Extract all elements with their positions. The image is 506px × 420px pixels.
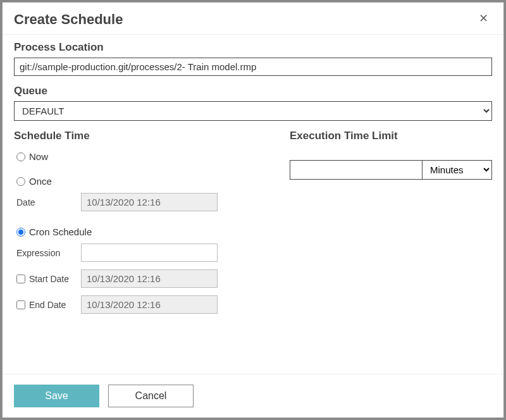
exec-limit-label: Execution Time Limit [290, 130, 492, 142]
cancel-button[interactable]: Cancel [108, 385, 194, 407]
schedule-cron-radio[interactable] [16, 228, 25, 237]
schedule-once-date-input[interactable] [81, 193, 218, 211]
queue-label: Queue [14, 85, 492, 97]
close-icon[interactable]: ✕ [475, 11, 492, 25]
schedule-time-label: Schedule Time [14, 130, 264, 142]
modal-title: Create Schedule [14, 11, 123, 28]
schedule-once-date-row: Date [16, 193, 264, 211]
schedule-once-date-label: Date [16, 197, 75, 207]
exec-limit-unit-select[interactable]: Minutes [423, 160, 492, 180]
cron-expression-label: Expression [16, 248, 75, 258]
modal-body: Process Location Queue DEFAULT Schedule … [3, 35, 503, 374]
modal-header: Create Schedule ✕ [3, 3, 503, 35]
cron-start-date-label: Start Date [29, 274, 69, 284]
modal-footer: Save Cancel [3, 374, 503, 417]
create-schedule-modal: Create Schedule ✕ Process Location Queue… [2, 2, 504, 418]
cron-start-date-row: Start Date [16, 269, 264, 288]
schedule-once-radio[interactable] [16, 177, 25, 186]
cron-start-date-input[interactable] [81, 269, 218, 288]
schedule-now-label: Now [29, 151, 48, 162]
save-button[interactable]: Save [14, 385, 99, 407]
schedule-columns: Schedule Time Now Once Date Cr [14, 130, 492, 321]
schedule-now-radio[interactable] [16, 152, 25, 161]
cron-end-date-label: End Date [29, 300, 66, 310]
schedule-now-row: Now [16, 151, 264, 162]
schedule-once-label: Once [29, 176, 52, 187]
process-location-label: Process Location [14, 41, 492, 54]
exec-limit-input[interactable] [290, 160, 423, 180]
schedule-once-row: Once [16, 176, 264, 187]
queue-group: Queue DEFAULT [14, 85, 492, 121]
schedule-time-column: Schedule Time Now Once Date Cr [14, 130, 264, 321]
cron-start-date-checkbox[interactable] [16, 275, 25, 283]
exec-limit-row: Minutes [290, 160, 492, 180]
cron-expression-input[interactable] [81, 244, 218, 262]
cron-end-date-checkbox[interactable] [16, 300, 25, 309]
cron-end-date-input[interactable] [81, 295, 218, 314]
process-location-input[interactable] [14, 58, 492, 76]
process-location-group: Process Location [14, 41, 492, 76]
exec-limit-column: Execution Time Limit Minutes [290, 130, 492, 321]
queue-select[interactable]: DEFAULT [14, 101, 492, 121]
cron-expression-row: Expression [16, 244, 264, 262]
cron-end-date-row: End Date [16, 295, 264, 314]
schedule-cron-label: Cron Schedule [29, 226, 92, 237]
schedule-cron-row: Cron Schedule [16, 226, 264, 237]
